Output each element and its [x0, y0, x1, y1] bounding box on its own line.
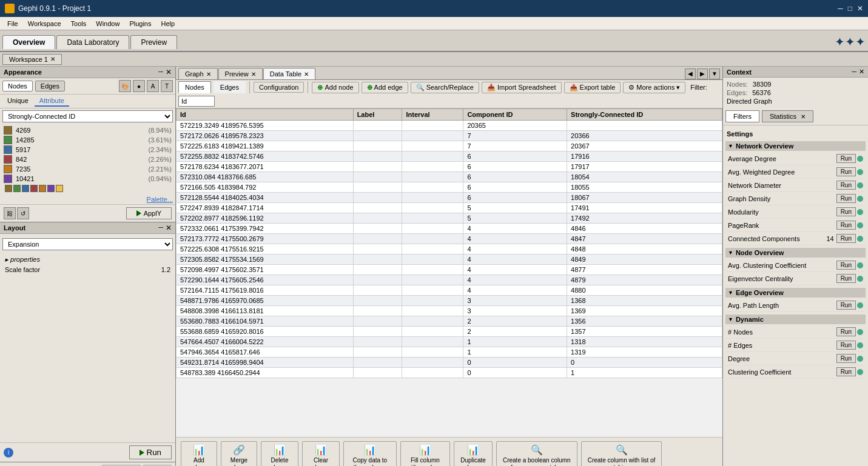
workspace-tab[interactable]: Workspace 1 ✕ — [2, 54, 62, 65]
filters-tab[interactable]: Filters — [725, 110, 759, 122]
appearance-minimize[interactable]: ─ — [158, 68, 163, 76]
merge-columns-btn[interactable]: 🔗 Mergecolumns — [221, 441, 257, 466]
more-actions-btn[interactable]: ⚙ More actions ▾ — [623, 82, 685, 93]
menu-file[interactable]: File — [2, 19, 23, 28]
table-row[interactable]: 572225.6308 4175516.9215 4 4848 — [177, 244, 722, 255]
table-row[interactable]: 572128.5544 4184025.4034 6 18067 — [177, 193, 722, 203]
node-overview-header[interactable]: ▼ Node Overview — [725, 248, 866, 258]
table-row[interactable]: 572225.6183 4189421.1389 7 20367 — [177, 141, 722, 151]
table-row[interactable]: 553680.7883 4166104.5971 2 1356 — [177, 316, 722, 327]
close-btn[interactable]: ✕ — [857, 4, 863, 13]
table-row[interactable]: 572172.0626 4189578.2323 7 20366 — [177, 131, 722, 141]
table-row[interactable]: 572178.6234 4183677.2071 6 17917 — [177, 162, 722, 172]
stat-run-btn[interactable]: Run — [836, 234, 856, 243]
delete-column-btn[interactable]: 📊 Deletecolumn ▾ — [261, 441, 298, 466]
regex-groups-btn[interactable]: 🔍 Create column with list ofregex matchi… — [581, 441, 662, 466]
table-row[interactable]: 548871.9786 4165970.0685 3 1368 — [177, 296, 722, 306]
context-minimize[interactable]: ─ — [852, 68, 856, 76]
table-row[interactable]: 548808.3998 4166113.8181 3 1369 — [177, 306, 722, 316]
table-row[interactable]: 572166.505 4183984.792 6 18055 — [177, 182, 722, 193]
table-row[interactable]: 572247.8939 4182847.1714 5 17491 — [177, 203, 722, 213]
color-icon-btn[interactable]: 🎨 — [119, 80, 131, 92]
export-table-btn[interactable]: 📤 Export table — [564, 82, 621, 93]
filter-input[interactable] — [178, 96, 215, 107]
layout-dropdown[interactable]: Expansion — [2, 238, 173, 250]
appearance-dropdown[interactable]: Strongly-Connected ID — [2, 110, 173, 122]
add-node-btn[interactable]: ⊕ Add node — [312, 82, 358, 93]
color-item[interactable]: 7235 (2.21%) — [2, 164, 173, 174]
data-table-tab-close[interactable]: ✕ — [304, 71, 309, 78]
import-spreadsheet-btn[interactable]: 📥 Import Spreadsheet — [482, 82, 562, 93]
layout-close[interactable]: ✕ — [166, 224, 172, 232]
copy-data-btn[interactable]: 📊 Copy data toother column ▾ — [343, 441, 397, 466]
nav-tab-overview[interactable]: Overview — [2, 35, 55, 49]
menu-workspace[interactable]: Workspace — [23, 19, 66, 28]
stat-run-btn[interactable]: Run — [836, 167, 856, 176]
data-table-tab[interactable]: Data Table ✕ — [263, 68, 315, 79]
table-row[interactable]: 572255.8832 4183742.5746 6 17916 — [177, 151, 722, 162]
nav-right[interactable]: ▶ — [697, 68, 708, 79]
nav-tab-preview[interactable]: Preview — [130, 35, 177, 49]
col-id[interactable]: Id — [177, 109, 354, 121]
statistics-close[interactable]: ✕ — [801, 113, 806, 120]
run-button[interactable]: Run — [129, 445, 172, 459]
nodes-tab[interactable]: Nodes — [2, 81, 33, 92]
table-row[interactable]: 572202.8977 4182596.1192 5 17492 — [177, 213, 722, 224]
info-icon[interactable]: i — [4, 448, 13, 458]
apply-button[interactable]: ApplY — [126, 207, 172, 219]
data-table-container[interactable]: Id Label Interval Component ID Strongly-… — [176, 108, 722, 437]
table-row[interactable]: 572305.8582 4175534.1569 4 4849 — [177, 255, 722, 265]
edges-tab[interactable]: Edges — [35, 81, 65, 92]
table-row[interactable]: 572310.084 4183766.685 6 18054 — [177, 172, 722, 182]
stat-run-btn[interactable]: Run — [836, 181, 856, 190]
menu-help[interactable]: Help — [156, 19, 180, 28]
size-icon-btn[interactable]: ● — [133, 80, 145, 92]
stat-run-btn[interactable]: Run — [836, 221, 856, 230]
color-item[interactable]: 10421 (0.94%) — [2, 174, 173, 184]
network-overview-header[interactable]: ▼ Network Overview — [725, 141, 866, 151]
dynamic-header[interactable]: ▼ Dynamic — [725, 315, 866, 324]
stat-run-btn[interactable]: Run — [836, 341, 856, 350]
edge-overview-header[interactable]: ▼ Edge Overview — [725, 288, 866, 298]
stat-run-btn[interactable]: Run — [836, 274, 856, 283]
preview-tab-close[interactable]: ✕ — [251, 71, 256, 78]
menu-window[interactable]: Window — [91, 19, 124, 28]
boolean-column-btn[interactable]: 🔍 Create a boolean columnfrom regex matc… — [496, 441, 577, 466]
minimize-btn[interactable]: ─ — [838, 4, 843, 13]
layout-minimize[interactable]: ─ — [158, 224, 163, 232]
color-item[interactable]: 14285 (3.61%) — [2, 135, 173, 145]
menu-tools[interactable]: Tools — [66, 19, 92, 28]
duplicate-column-btn[interactable]: 📊 Duplicatecolumn ▾ — [454, 441, 493, 466]
toolbar-edges-tab[interactable]: Edges — [214, 81, 246, 93]
table-row[interactable]: 572173.7772 4175500.2679 4 4847 — [177, 234, 722, 244]
add-column-btn[interactable]: 📊 Addcolumn — [181, 441, 217, 466]
col-strongly-id[interactable]: Strongly-Connected ID — [567, 109, 722, 121]
stat-run-btn[interactable]: Run — [836, 367, 856, 376]
add-edge-btn[interactable]: ⊕ Add edge — [362, 82, 408, 93]
label-icon-btn[interactable]: A — [147, 80, 159, 92]
table-row[interactable]: 548783.389 4166450.2944 0 1 — [177, 368, 722, 378]
stat-run-btn[interactable]: Run — [836, 327, 856, 336]
color-item[interactable]: 4269 (8.94%) — [2, 125, 173, 135]
table-row[interactable]: 572219.3249 4189576.5395 20365 — [177, 121, 722, 131]
color-item[interactable]: 5917 (2.34%) — [2, 145, 173, 155]
clear-column-btn[interactable]: 📊 Clearcolumn ▾ — [302, 441, 340, 466]
configuration-tab[interactable]: Configuration — [254, 82, 304, 93]
table-row[interactable]: 547664.4507 4166004.5222 1 1318 — [177, 337, 722, 347]
maximize-btn[interactable]: □ — [848, 4, 852, 13]
font-icon-btn[interactable]: T — [161, 80, 173, 92]
graph-tab[interactable]: Graph ✕ — [178, 68, 218, 79]
table-row[interactable]: 572098.4997 4175602.3571 4 4877 — [177, 265, 722, 275]
nav-down[interactable]: ▼ — [709, 68, 720, 79]
table-row[interactable]: 553688.6859 4165920.8016 2 1357 — [177, 327, 722, 337]
preview-tab[interactable]: Preview ✕ — [218, 68, 263, 79]
menu-plugins[interactable]: Plugins — [124, 19, 156, 28]
context-close[interactable]: ✕ — [859, 68, 864, 76]
appearance-close[interactable]: ✕ — [166, 68, 172, 76]
refresh-icon-btn[interactable]: ↺ — [17, 207, 29, 219]
link-icon-btn[interactable]: ⛓ — [4, 207, 16, 219]
attribute-tab[interactable]: Attribute — [35, 96, 69, 107]
stat-run-btn[interactable]: Run — [836, 354, 856, 363]
nav-left[interactable]: ◀ — [685, 68, 696, 79]
stat-run-btn[interactable]: Run — [836, 301, 856, 310]
